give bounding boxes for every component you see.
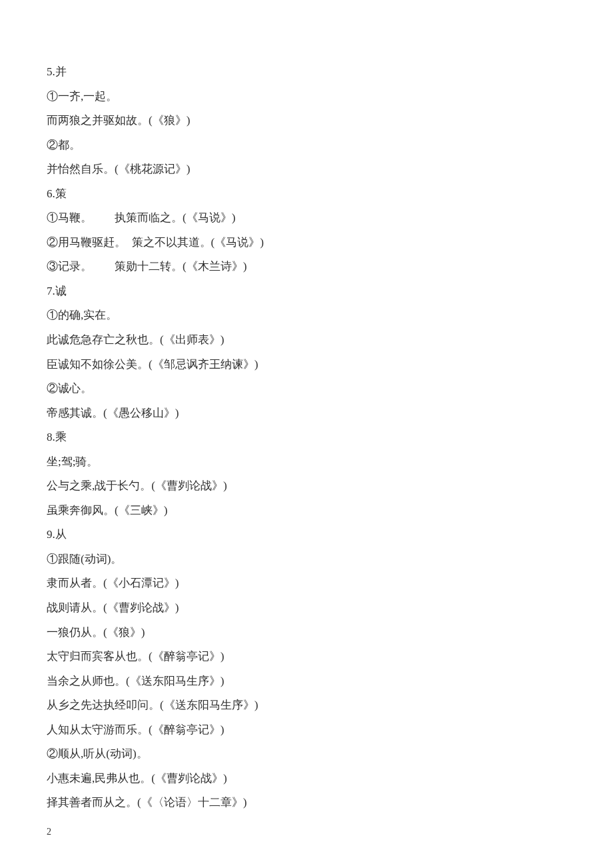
text-line: 战则请从。(《曹刿论战》) (47, 596, 566, 621)
text-line: 8.乘 (47, 425, 566, 450)
text-line: 坐;驾;骑。 (47, 450, 566, 475)
text-line: 太守归而宾客从也。(《醉翁亭记》) (47, 645, 566, 669)
text-line: 一狼仍从。(《狼》) (47, 621, 566, 645)
text-line: ②用马鞭驱赶。 策之不以其道。(《马说》) (47, 231, 566, 255)
text-line: ③记录。 策勋十二转。(《木兰诗》) (47, 255, 566, 279)
text-line: 公与之乘,战于长勺。(《曹刿论战》) (47, 474, 566, 499)
text-line: ②顺从,听从(动词)。 (47, 742, 566, 767)
content-body: 5.并①一齐,一起。而两狼之并驱如故。(《狼》)②都。并怡然自乐。(《桃花源记》… (47, 60, 566, 815)
text-line: ①一齐,一起。 (47, 85, 566, 109)
text-line: 虽乘奔御风。(《三峡》) (47, 499, 566, 523)
text-line: ①马鞭。 执策而临之。(《马说》) (47, 206, 566, 231)
text-line: ②诚心。 (47, 377, 566, 401)
text-line: 7.诚 (47, 279, 566, 304)
text-line: 择其善者而从之。(《〈论语〉十二章》) (47, 791, 566, 815)
text-line: 此诚危急存亡之秋也。(《出师表》) (47, 328, 566, 353)
text-line: ①的确,实在。 (47, 303, 566, 328)
text-line: 并怡然自乐。(《桃花源记》) (47, 157, 566, 182)
text-line: 臣诚知不如徐公美。(《邹忌讽齐王纳谏》) (47, 353, 566, 377)
text-line: 帝感其诚。(《愚公移山》) (47, 401, 566, 426)
document-page: 5.并①一齐,一起。而两狼之并驱如故。(《狼》)②都。并怡然自乐。(《桃花源记》… (0, 0, 613, 868)
text-line: 9.从 (47, 523, 566, 547)
text-line: ②都。 (47, 133, 566, 158)
text-line: ①跟随(动词)。 (47, 547, 566, 572)
text-line: 小惠未遍,民弗从也。(《曹刿论战》) (47, 767, 566, 791)
text-line: 当余之从师也。(《送东阳马生序》) (47, 669, 566, 694)
text-line: 6.策 (47, 182, 566, 207)
text-line: 从乡之先达执经叩问。(《送东阳马生序》) (47, 693, 566, 718)
text-line: 人知从太守游而乐。(《醉翁亭记》) (47, 718, 566, 743)
text-line: 5.并 (47, 60, 566, 85)
page-number: 2 (47, 822, 566, 842)
text-line: 而两狼之并驱如故。(《狼》) (47, 109, 566, 133)
text-line: 隶而从者。(《小石潭记》) (47, 571, 566, 596)
